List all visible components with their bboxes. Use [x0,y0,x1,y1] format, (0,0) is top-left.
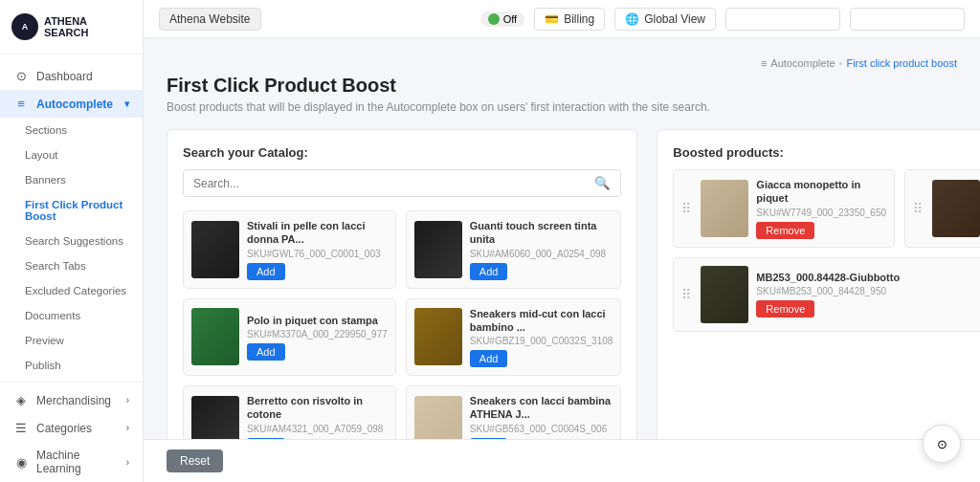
chevron-right-icon: › [126,395,129,405]
catalog-product-card: Sneakers con lacci bambina ATHENA J... S… [406,385,622,439]
product-thumbnail [414,221,462,278]
boosted-panel-label: Boosted products: [673,145,980,160]
product-name: Stivali in pelle con lacci donna PA... [247,219,388,247]
dropdown-1[interactable] [725,8,840,31]
product-info: Sneakers mid-cut con lacci bambino ... S… [470,307,613,368]
categories-icon: ☰ [13,421,29,435]
product-thumbnail [191,396,239,439]
sidebar-item-search-suggestions[interactable]: Search Suggestions [0,229,143,253]
boosted-product-card: ⠿ Stivaletti in pelle donna MAPLEWOOD SK… [904,169,980,248]
search-input[interactable] [184,171,585,196]
autocomplete-icon: ≡ [13,97,29,111]
product-sku: SKU#GBZ19_000_C0032S_3108 [470,336,613,346]
remove-product-button[interactable]: Remove [756,222,814,239]
product-thumbnail [701,266,748,323]
catalog-panel-label: Search your Catalog: [183,145,621,160]
product-name: Sneakers mid-cut con lacci bambino ... [470,307,613,335]
breadcrumb: ≡ Autocomplete • First click product boo… [167,57,957,69]
product-sku: SKU#M3370A_000_229950_977 [247,329,388,340]
sidebar-item-search-tabs[interactable]: Search Tabs [0,253,143,278]
topbar: Athena Website Off 💳 Billing 🌐 Global Vi… [144,0,980,38]
product-sku: SKU#MB253_000_84428_950 [756,286,980,296]
toggle-group[interactable]: Off [480,11,524,27]
product-info: Stivali in pelle con lacci donna PA... S… [247,219,388,280]
product-name: Sneakers con lacci bambina ATHENA J... [470,394,613,422]
toggle-dot [488,13,500,25]
product-name: Berretto con risvolto in cotone [247,394,388,422]
add-product-button[interactable]: Add [247,343,285,361]
add-product-button[interactable]: Add [247,263,285,280]
dropdown-2[interactable] [850,8,965,31]
global-view-button[interactable]: 🌐 Global View [614,8,716,31]
search-bar: 🔍 [183,169,621,197]
sidebar-item-layout[interactable]: Layout [0,142,143,167]
sidebar-item-publish[interactable]: Publish [0,353,143,378]
sidebar-item-banners[interactable]: Banners [0,167,143,192]
bottom-bar: Reset [144,439,980,482]
search-icon-button[interactable]: 🔍 [585,170,620,196]
drag-handle-icon[interactable]: ⠿ [913,201,923,216]
sidebar-item-documents[interactable]: Documents [0,303,143,328]
chevron-down-icon: ▾ [124,99,129,109]
product-info: Guanti touch screen tinta unita SKU#AM60… [470,219,613,280]
chevron-right-icon: › [126,423,129,433]
drag-handle-icon[interactable]: ⠿ [681,201,691,216]
product-info: MB253_000.84428-Giubbotto SKU#MB253_000_… [756,271,980,318]
product-thumbnail [191,308,239,365]
sidebar-item-first-click[interactable]: First Click Product Boost [0,192,143,229]
remove-product-button[interactable]: Remove [756,300,814,318]
product-sku: SKU#W7749_000_23350_650 [756,208,886,218]
add-product-button[interactable]: Add [470,263,508,280]
product-info: Polo in piquet con stampa SKU#M3370A_000… [247,314,388,361]
sidebar-item-categories[interactable]: ☰ Categories › [0,414,143,442]
page-title: First Click Product Boost [167,75,957,97]
main-wrapper: Athena Website Off 💳 Billing 🌐 Global Vi… [144,0,980,482]
breadcrumb-separator: • [839,57,843,69]
catalog-product-grid: Stivali in pelle con lacci donna PA... S… [183,210,621,439]
sidebar-item-dashboard[interactable]: ⊙ Dashboard [0,62,143,90]
chevron-right-icon: › [126,457,129,468]
boosted-row: ⠿ Giacca monopetto in piquet SKU#W7749_0… [673,169,980,248]
boosted-panel: Boosted products: ⠿ Giacca monopetto in … [657,129,980,439]
product-sku: SKU#GWL76_000_C0001_003 [247,249,388,259]
dashboard-icon: ⊙ [13,69,29,83]
floating-action-button[interactable]: ⊙ [923,425,961,463]
floating-icon: ⊙ [937,437,947,451]
panels-container: Search your Catalog: 🔍 Stivali in pelle … [167,129,957,439]
catalog-panel: Search your Catalog: 🔍 Stivali in pelle … [167,129,637,439]
site-button[interactable]: Athena Website [159,8,261,31]
toggle-label: Off [503,13,517,25]
reset-button[interactable]: Reset [167,449,223,472]
sidebar-item-excluded-categories[interactable]: Excluded Categories [0,278,143,303]
product-sku: SKU#GB563_000_C0004S_006 [470,424,613,434]
catalog-product-card: Berretto con risvolto in cotone SKU#AM43… [183,385,396,439]
product-thumbnail [414,396,462,439]
drag-handle-icon[interactable]: ⠿ [681,287,691,302]
content-area: ≡ Autocomplete • First click product boo… [144,38,980,439]
logo-icon: A [11,13,38,40]
sidebar: A ATHENA SEARCH ⊙ Dashboard ≡ Autocomple… [0,0,144,482]
sidebar-item-merchandising[interactable]: ◈ Merchandising › [0,386,143,414]
page-description: Boost products that will be displayed in… [167,100,957,114]
breadcrumb-autocomplete[interactable]: Autocomplete [770,57,835,69]
add-product-button[interactable]: Add [470,350,508,367]
sidebar-item-autocomplete[interactable]: ≡ Autocomplete ▾ [0,90,143,118]
product-sku: SKU#AM6060_000_A0254_098 [470,249,613,259]
sidebar-nav: ⊙ Dashboard ≡ Autocomplete ▾ Sections La… [0,55,143,482]
catalog-product-card: Polo in piquet con stampa SKU#M3370A_000… [183,298,396,377]
sidebar-item-machine-learning[interactable]: ◉ Machine Learning › [0,442,143,482]
breadcrumb-current: First click product boost [846,57,957,69]
billing-button[interactable]: 💳 Billing [534,8,605,31]
boosted-row: ⠿ MB253_000.84428-Giubbotto SKU#MB253_00… [673,257,980,332]
sidebar-item-sections[interactable]: Sections [0,118,143,142]
globe-icon: 🌐 [625,12,639,26]
ml-icon: ◉ [13,455,29,470]
product-thumbnail [932,180,980,237]
product-info: Berretto con risvolto in cotone SKU#AM43… [247,394,388,439]
product-name: Polo in piquet con stampa [247,314,388,327]
product-name: Giacca monopetto in piquet [756,178,886,206]
product-thumbnail [191,221,239,278]
product-name: MB253_000.84428-Giubbotto [756,271,980,284]
boosted-product-card: ⠿ Giacca monopetto in piquet SKU#W7749_0… [673,169,895,248]
sidebar-item-preview[interactable]: Preview [0,328,143,353]
